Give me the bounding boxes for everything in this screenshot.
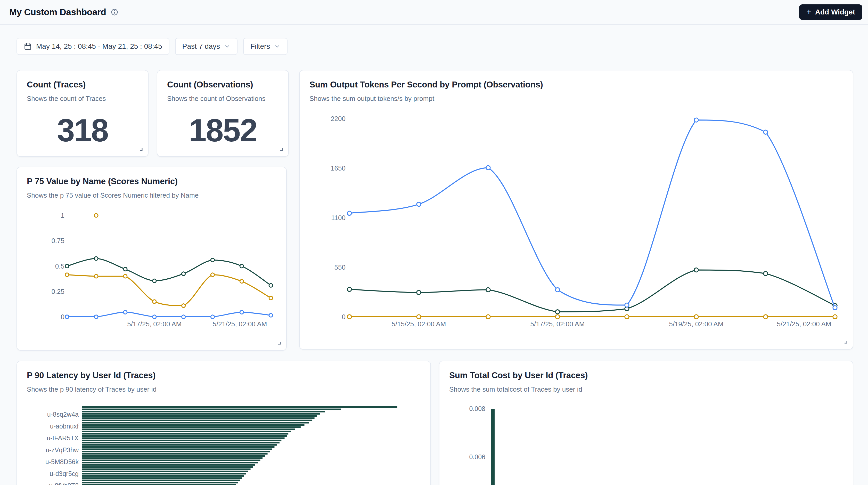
widget-subtitle: Shows the sum output tokens/s by prompt [309, 95, 843, 103]
svg-text:1650: 1650 [331, 164, 346, 172]
svg-text:0: 0 [342, 313, 346, 321]
svg-text:u-aobnuxf: u-aobnuxf [50, 423, 79, 430]
widget-subtitle: Shows the p 90 latency of Traces by user… [27, 386, 421, 393]
svg-text:1: 1 [61, 212, 64, 219]
add-widget-button[interactable]: + Add Widget [799, 4, 862, 20]
svg-text:5/21/25, 02:00 AM: 5/21/25, 02:00 AM [777, 320, 831, 328]
date-range-picker[interactable]: May 14, 25 : 08:45 - May 21, 25 : 08:45 [17, 38, 169, 55]
svg-text:0.75: 0.75 [51, 237, 64, 245]
svg-text:0: 0 [61, 313, 64, 321]
svg-text:0.006: 0.006 [469, 453, 485, 460]
svg-text:0.25: 0.25 [51, 287, 64, 295]
resize-handle-icon[interactable] [276, 340, 282, 347]
resize-handle-icon[interactable] [138, 146, 144, 153]
widget-p75-scores: P 75 Value by Name (Scores Numeric) Show… [17, 166, 287, 351]
widget-title: P 90 Latency by User Id (Traces) [27, 370, 421, 380]
tokens-line-chart[interactable]: 05501100165022005/15/25, 02:00 AM5/17/25… [300, 70, 853, 350]
widget-title: P 75 Value by Name (Scores Numeric) [27, 177, 276, 186]
widget-title: Sum Total Cost by User Id (Traces) [449, 370, 843, 380]
widget-title: Count (Observations) [167, 80, 279, 90]
widget-count-traces: Count (Traces) Shows the count of Traces… [17, 70, 149, 157]
svg-text:u-zVqP3hw: u-zVqP3hw [45, 446, 79, 454]
count-observations-value: 1852 [189, 112, 257, 149]
widget-subtitle: Shows the p 75 value of Scores Numeric f… [27, 191, 276, 200]
chevron-down-icon [224, 43, 230, 50]
svg-text:5/21/25, 02:00 AM: 5/21/25, 02:00 AM [213, 320, 267, 328]
widget-subtitle: Shows the count of Observations [167, 95, 279, 103]
widget-title: Count (Traces) [27, 80, 138, 90]
filters-label: Filters [250, 42, 270, 51]
svg-text:2200: 2200 [331, 115, 346, 123]
date-preset-dropdown[interactable]: Past 7 days [175, 38, 238, 55]
widget-subtitle: Shows the count of Traces [27, 95, 138, 103]
svg-text:1100: 1100 [331, 214, 346, 222]
resize-handle-icon[interactable] [278, 146, 284, 153]
widget-p90-latency: P 90 Latency by User Id (Traces) Shows t… [17, 361, 431, 485]
svg-text:u-8sq2w4a: u-8sq2w4a [47, 411, 79, 418]
widget-total-cost: Sum Total Cost by User Id (Traces) Shows… [439, 361, 853, 485]
page-title: My Custom Dashboard [9, 7, 106, 17]
widget-count-observations: Count (Observations) Shows the count of … [157, 70, 289, 157]
svg-text:5/17/25, 02:00 AM: 5/17/25, 02:00 AM [530, 320, 585, 328]
info-icon[interactable] [111, 8, 118, 16]
calendar-icon [24, 42, 32, 51]
svg-text:0.008: 0.008 [469, 405, 485, 412]
chevron-down-icon [274, 43, 280, 50]
widget-subtitle: Shows the sum totalcost of Traces by use… [449, 386, 843, 393]
plus-icon: + [806, 7, 811, 16]
date-preset-label: Past 7 days [182, 42, 220, 51]
widget-title: Sum Output Tokens Per Second by Prompt (… [309, 80, 843, 90]
top-bar: My Custom Dashboard + Add Widget [0, 0, 868, 25]
svg-text:5/17/25, 02:00 AM: 5/17/25, 02:00 AM [127, 320, 182, 328]
filter-bar: May 14, 25 : 08:45 - May 21, 25 : 08:45 … [17, 38, 287, 55]
count-traces-value: 318 [57, 112, 108, 149]
resize-handle-icon[interactable] [842, 339, 849, 346]
svg-text:550: 550 [335, 263, 346, 271]
svg-text:u-5M8D56k: u-5M8D56k [45, 458, 79, 465]
date-range-label: May 14, 25 : 08:45 - May 21, 25 : 08:45 [36, 42, 162, 51]
widget-tokens-per-second: Sum Output Tokens Per Second by Prompt (… [299, 70, 853, 350]
svg-text:u-d3qr5cg: u-d3qr5cg [50, 470, 79, 477]
svg-text:u-tFAR5TX: u-tFAR5TX [47, 434, 79, 442]
filters-dropdown[interactable]: Filters [243, 38, 287, 55]
svg-text:5/19/25, 02:00 AM: 5/19/25, 02:00 AM [669, 320, 723, 328]
add-widget-label: Add Widget [815, 8, 855, 16]
svg-text:0.5: 0.5 [55, 262, 64, 270]
svg-text:u-8fVa9T3: u-8fVa9T3 [49, 482, 79, 485]
svg-text:5/15/25, 02:00 AM: 5/15/25, 02:00 AM [392, 320, 446, 328]
